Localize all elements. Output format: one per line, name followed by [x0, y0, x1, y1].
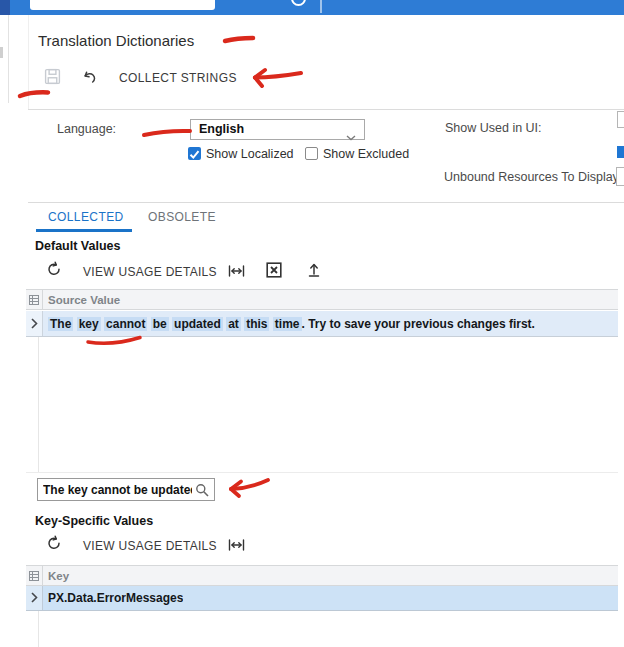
menu-button[interactable]	[0, 0, 10, 15]
undo-icon	[82, 73, 98, 88]
tabs-border	[28, 202, 624, 203]
show-used-in-ui-label: Show Used in UI:	[445, 121, 542, 135]
default-values-title: Default Values	[35, 239, 120, 253]
clock-circle-icon[interactable]	[291, 0, 306, 6]
grid-bottom-border	[26, 472, 618, 473]
table-grid-icon	[29, 567, 39, 585]
upload-button[interactable]	[306, 261, 322, 281]
key-specific-values-title: Key-Specific Values	[35, 514, 153, 528]
view-usage-details-button-2[interactable]: VIEW USAGE DETAILS	[83, 539, 217, 553]
grid-selector-cell[interactable]	[26, 290, 43, 309]
unbound-resources-label: Unbound Resources To Display:	[444, 170, 622, 184]
refresh-icon	[46, 265, 62, 280]
language-label: Language:	[57, 122, 116, 136]
tab-collected[interactable]: COLLECTED	[48, 210, 124, 224]
refresh-button[interactable]	[46, 261, 62, 280]
grid-selector-cell[interactable]	[26, 566, 43, 585]
edge-checkbox[interactable]	[617, 146, 624, 158]
key-row[interactable]: PX.Data.ErrorMessages	[26, 586, 618, 611]
content-edge-line	[28, 15, 29, 109]
show-localized-label: Show Localized	[206, 147, 294, 161]
chevron-down-icon	[346, 127, 356, 145]
language-dropdown[interactable]: English	[190, 119, 365, 140]
annotation-language-line	[144, 131, 190, 135]
source-value-row[interactable]: The key cannot be updated at this time. …	[26, 311, 618, 337]
show-localized-checkbox[interactable]	[188, 147, 201, 160]
annotation-collect-arrow	[255, 70, 301, 86]
fit-width-button-2[interactable]	[228, 538, 245, 555]
save-button[interactable]	[44, 68, 61, 88]
column-header-label: Key	[43, 570, 69, 582]
source-value-column-header[interactable]: Source Value	[26, 289, 618, 310]
topbar-divider	[320, 0, 322, 13]
upload-icon	[306, 266, 322, 281]
key-text: PX.Data.ErrorMessages	[43, 591, 183, 605]
show-excluded-checkbox[interactable]	[305, 147, 318, 160]
page-title: Translation Dictionaries	[38, 32, 194, 49]
export-excel-button[interactable]	[266, 262, 282, 281]
row-expand-cell[interactable]	[26, 586, 43, 610]
show-used-in-ui-dropdown[interactable]	[617, 111, 624, 128]
annotation-title-dash	[225, 38, 253, 41]
chevron-right-icon	[31, 589, 38, 607]
fit-width-icon	[228, 266, 245, 281]
active-tab-indicator	[36, 229, 132, 232]
unbound-resources-input[interactable]	[616, 167, 624, 186]
language-value: English	[199, 122, 244, 136]
magnifier-icon[interactable]	[195, 483, 209, 501]
annotation-cannot-underline	[88, 338, 140, 344]
top-app-bar	[0, 0, 624, 15]
source-value-text: The key cannot be updated at this time. …	[43, 317, 535, 331]
grid-column-line	[38, 337, 39, 473]
refresh-button-2[interactable]	[46, 535, 62, 554]
excel-icon	[266, 266, 282, 281]
sidebar-tick	[0, 47, 3, 58]
view-usage-details-button[interactable]: VIEW USAGE DETAILS	[83, 265, 217, 279]
column-header-label: Source Value	[43, 294, 120, 306]
refresh-icon	[46, 539, 62, 554]
table-grid-icon	[29, 291, 39, 309]
grid-column-line	[38, 611, 39, 647]
annotation-left-dash	[20, 92, 48, 96]
filter-panel-border	[28, 109, 624, 110]
fit-width-icon	[228, 540, 245, 555]
save-icon	[44, 73, 61, 88]
sidebar-edge-line	[8, 15, 9, 103]
key-column-header[interactable]: Key	[26, 565, 618, 586]
fit-width-button[interactable]	[228, 264, 245, 281]
row-expand-cell[interactable]	[26, 311, 43, 336]
global-search-input[interactable]	[30, 0, 215, 10]
tab-obsolete[interactable]: OBSOLETE	[148, 210, 216, 224]
show-excluded-label: Show Excluded	[323, 147, 409, 161]
search-input[interactable]	[37, 478, 215, 501]
undo-button[interactable]	[82, 69, 98, 88]
annotation-search-arrow	[231, 480, 268, 496]
collect-strings-button[interactable]: COLLECT STRINGS	[119, 71, 237, 85]
chevron-right-icon	[31, 315, 38, 333]
